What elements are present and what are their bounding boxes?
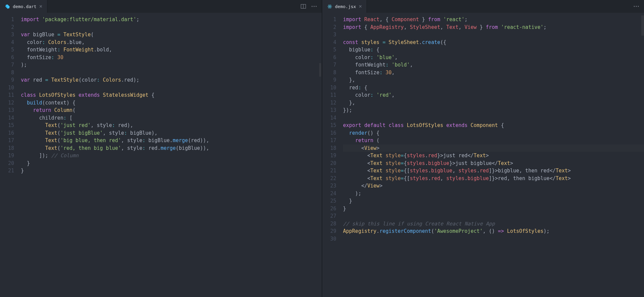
react-file-icon <box>327 4 332 9</box>
svg-point-3 <box>314 6 315 7</box>
svg-point-5 <box>329 6 330 7</box>
editor-pane-right: demo.jsx × 12345678910111213141516171819… <box>322 0 644 297</box>
tab-filename: demo.jsx <box>335 4 356 9</box>
editor-left[interactable]: 123456789101112131415161718192021 import… <box>0 13 322 297</box>
minimap-left[interactable] <box>319 63 321 77</box>
tab-actions-left <box>300 3 322 9</box>
svg-point-10 <box>636 6 637 7</box>
tab-demo-dart[interactable]: demo.dart × <box>0 0 47 13</box>
tab-bar-right: demo.jsx × <box>322 0 644 13</box>
code-area-right[interactable]: import React, { Component } from 'react'… <box>343 13 644 297</box>
svg-point-2 <box>312 6 313 7</box>
code-area-left[interactable]: import 'package:flutter/material.dart'; … <box>21 13 322 297</box>
svg-point-9 <box>634 6 635 7</box>
tab-actions-right <box>633 3 644 9</box>
svg-point-4 <box>316 6 317 7</box>
tab-close-icon[interactable]: × <box>359 4 362 9</box>
minimap-right[interactable] <box>641 15 644 36</box>
tabs-right: demo.jsx × <box>322 0 367 13</box>
svg-point-11 <box>638 6 639 7</box>
more-actions-icon[interactable] <box>311 3 317 9</box>
dart-file-icon <box>5 4 10 9</box>
tab-demo-jsx[interactable]: demo.jsx × <box>322 0 367 13</box>
line-gutter-right: 1234567891011121314151617181920212223242… <box>322 13 343 297</box>
editor-right[interactable]: 1234567891011121314151617181920212223242… <box>322 13 644 297</box>
tab-close-icon[interactable]: × <box>39 4 42 9</box>
editor-pane-left: demo.dart × 1234567891011121314151617181… <box>0 0 322 297</box>
line-gutter-left: 123456789101112131415161718192021 <box>0 13 21 297</box>
tab-bar-left: demo.dart × <box>0 0 322 13</box>
more-actions-icon[interactable] <box>633 3 639 9</box>
tab-filename: demo.dart <box>13 4 36 9</box>
split-editor-icon[interactable] <box>300 3 306 9</box>
tabs-left: demo.dart × <box>0 0 47 13</box>
